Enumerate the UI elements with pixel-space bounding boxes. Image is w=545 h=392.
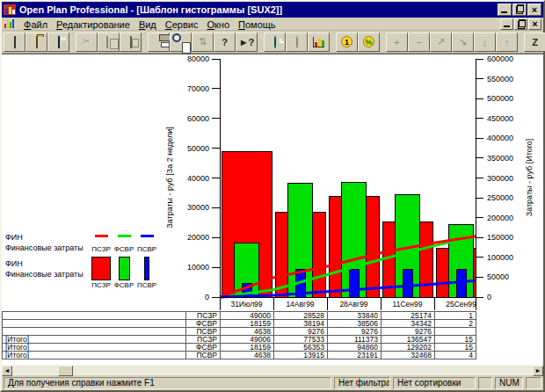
- table-cell[interactable]: 38194: [274, 320, 328, 328]
- table-cell[interactable]: 129202: [382, 344, 435, 352]
- table-cell[interactable]: 2: [435, 320, 476, 328]
- child-close-button[interactable]: ×: [528, 18, 541, 30]
- table-cell[interactable]: 34342: [382, 320, 435, 328]
- table-cell[interactable]: ФСВР: [186, 320, 221, 328]
- rolldown-icon: ↘: [459, 36, 467, 47]
- chart-legend: ФИНФинансовые затратыПСЗРФСВРПСВРФИНФина…: [5, 230, 190, 293]
- help-button[interactable]: ?: [214, 33, 236, 52]
- table-cell[interactable]: 77533: [274, 336, 328, 344]
- table-cell[interactable]: 23191: [328, 352, 382, 359]
- move-down-button[interactable]: ↓: [474, 33, 496, 52]
- table-cell[interactable]: 4638: [221, 352, 274, 359]
- document-icon[interactable]: [4, 18, 17, 29]
- restore-button[interactable]: [512, 4, 527, 16]
- time-analysis-button[interactable]: [264, 33, 286, 52]
- table-row[interactable]: [Итого]ФСВР18159563539486012920215: [3, 344, 476, 352]
- table-cell[interactable]: 38506: [328, 320, 382, 328]
- left-axis-tick: 50000: [187, 144, 209, 153]
- table-cell[interactable]: 56353: [274, 344, 328, 352]
- zoom-button[interactable]: Z: [524, 33, 545, 52]
- table-row[interactable]: [Итого]ПСВР46381391523191324684: [3, 352, 476, 359]
- resource-button[interactable]: [286, 33, 308, 52]
- print-preview-button[interactable]: [170, 33, 192, 52]
- table-cell[interactable]: [435, 328, 476, 336]
- remove-button[interactable]: −: [408, 33, 430, 52]
- histogram-button[interactable]: [308, 33, 330, 52]
- scrollbar-thumb[interactable]: [58, 366, 73, 376]
- table-cell[interactable]: 18159: [221, 344, 274, 352]
- table-cell[interactable]: [Итого]: [3, 344, 186, 352]
- table-cell[interactable]: 4638: [221, 328, 274, 336]
- scrollbar-track[interactable]: [12, 366, 533, 375]
- table-cell[interactable]: [Итого]: [3, 352, 186, 359]
- paste-button[interactable]: [120, 33, 142, 52]
- context-help-button[interactable]: ►?: [236, 33, 258, 52]
- print-button[interactable]: [148, 33, 170, 52]
- menu-item-1[interactable]: Редактирование: [52, 18, 134, 31]
- table-cell[interactable]: ПСВР: [186, 328, 221, 336]
- horizontal-scrollbar[interactable]: ◄ ►: [2, 365, 543, 375]
- table-cell[interactable]: 1: [435, 312, 476, 320]
- table-cell[interactable]: 94860: [328, 344, 382, 352]
- table-cell[interactable]: 15: [435, 336, 476, 344]
- table-cell[interactable]: 15: [435, 344, 476, 352]
- table-cell[interactable]: 33840: [328, 312, 382, 320]
- menu-item-3[interactable]: Сервис: [161, 18, 203, 31]
- table-row[interactable]: ПСВР4638927692769276: [3, 328, 476, 336]
- data-table[interactable]: ПСЗР490002852833840251741ФСВР18159381943…: [2, 311, 476, 359]
- copy-button[interactable]: [98, 33, 120, 52]
- table-cell[interactable]: 18159: [221, 320, 274, 328]
- table-cell[interactable]: 111373: [328, 336, 382, 344]
- help-icon: ?: [222, 37, 228, 47]
- status-extra-panel-2: [526, 377, 541, 389]
- right-axis-tick: 0: [487, 293, 491, 301]
- app-icon[interactable]: [4, 4, 16, 15]
- cost-button[interactable]: 1: [336, 33, 358, 52]
- menu-item-5[interactable]: Помощь: [234, 18, 280, 31]
- new-document-button[interactable]: [4, 33, 25, 52]
- table-cell[interactable]: 9276: [274, 328, 328, 336]
- table-cell[interactable]: [3, 312, 186, 320]
- sort-button[interactable]: ⇅: [192, 33, 214, 52]
- table-cell[interactable]: ФСВР: [186, 344, 221, 352]
- minimize-button[interactable]: [498, 4, 512, 16]
- table-row[interactable]: ПСЗР490002852833840251741: [3, 312, 476, 320]
- left-axis-tick: 30000: [187, 203, 209, 212]
- save-button[interactable]: [47, 33, 69, 52]
- status-bar: Для получения справки нажмите F1 Нет фил…: [2, 375, 543, 390]
- table-cell[interactable]: 13915: [274, 352, 328, 359]
- child-minimize-button[interactable]: [500, 18, 513, 30]
- table-cell[interactable]: ПСЗР: [186, 336, 221, 344]
- table-cell[interactable]: 136547: [382, 336, 435, 344]
- menu-item-0[interactable]: Файл: [19, 18, 52, 31]
- move-down-icon: ↓: [483, 37, 488, 47]
- table-cell[interactable]: 25174: [382, 312, 435, 320]
- table-cell[interactable]: 9276: [382, 328, 435, 336]
- table-cell[interactable]: [3, 320, 186, 328]
- table-cell[interactable]: 32468: [382, 352, 435, 359]
- table-cell[interactable]: 49000: [221, 312, 274, 320]
- open-button[interactable]: [25, 33, 47, 52]
- table-cell[interactable]: 9276: [328, 328, 382, 336]
- table-cell[interactable]: [Итого]: [3, 336, 186, 344]
- add-button[interactable]: +: [386, 33, 408, 52]
- legend-swatch-icon: [141, 235, 154, 237]
- rollup-button[interactable]: ↗: [430, 33, 452, 52]
- table-cell[interactable]: [3, 328, 186, 336]
- move-up-button[interactable]: ↑: [496, 33, 518, 52]
- table-cell[interactable]: 49006: [221, 336, 274, 344]
- menu-item-4[interactable]: Окно: [202, 18, 234, 31]
- table-cell[interactable]: 4: [435, 352, 476, 359]
- cut-button[interactable]: ✂: [76, 33, 98, 52]
- table-row[interactable]: ФСВР181593819438506343422: [3, 320, 476, 328]
- table-row[interactable]: [Итого]ПСЗР490067753311137313654715: [3, 336, 476, 344]
- table-cell[interactable]: ПСВР: [186, 352, 221, 359]
- rolldown-button[interactable]: ↘: [452, 33, 474, 52]
- close-button[interactable]: ×: [527, 4, 541, 16]
- percent-button[interactable]: %: [358, 33, 380, 52]
- menu-item-2[interactable]: Вид: [134, 18, 161, 31]
- table-cell[interactable]: ПСЗР: [186, 312, 221, 320]
- table-cell[interactable]: 28528: [274, 312, 328, 320]
- child-restore-button[interactable]: [514, 18, 527, 30]
- left-axis-tick: 60000: [187, 114, 209, 123]
